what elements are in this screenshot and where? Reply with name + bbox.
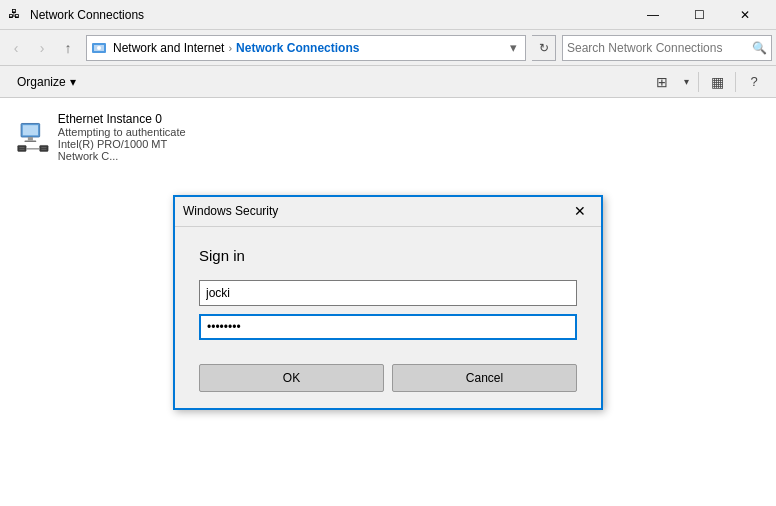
forward-button[interactable]: › — [30, 36, 54, 60]
svg-rect-5 — [28, 137, 33, 140]
search-icon: 🔍 — [752, 41, 767, 55]
main-content: Ethernet Instance 0 Attempting to authen… — [0, 98, 776, 506]
address-toolbar: ‹ › ↑ Network and Internet › Network Con… — [0, 30, 776, 66]
view-controls: ⊞ ▾ ▦ ? — [648, 70, 768, 94]
svg-point-2 — [97, 46, 101, 50]
svg-rect-12 — [41, 149, 46, 150]
search-input[interactable] — [567, 41, 752, 55]
dialog-title: Windows Security — [183, 204, 567, 218]
window-controls: — ☐ ✕ — [630, 0, 768, 30]
toolbar-separator-2 — [735, 72, 736, 92]
ok-button[interactable]: OK — [199, 364, 384, 392]
organize-arrow-icon: ▾ — [70, 75, 76, 89]
breadcrumb: Network and Internet › Network Connectio… — [91, 40, 505, 56]
network-name: Ethernet Instance 0 — [58, 112, 204, 126]
up-button[interactable]: ↑ — [56, 36, 80, 60]
back-button[interactable]: ‹ — [4, 36, 28, 60]
address-dropdown-button[interactable]: ▾ — [505, 36, 521, 60]
help-button[interactable]: ? — [740, 70, 768, 94]
minimize-button[interactable]: — — [630, 0, 676, 30]
network-item-info: Ethernet Instance 0 Attempting to authen… — [58, 112, 204, 162]
network-adapter: Intel(R) PRO/1000 MT Network C... — [58, 138, 204, 162]
address-bar[interactable]: Network and Internet › Network Connectio… — [86, 35, 526, 61]
maximize-button[interactable]: ☐ — [676, 0, 722, 30]
window-title: Network Connections — [30, 8, 630, 22]
view-icon: ⊞ — [656, 74, 668, 90]
svg-rect-4 — [23, 125, 38, 135]
change-view-button[interactable]: ⊞ — [648, 70, 676, 94]
dialog-buttons: OK Cancel — [199, 364, 577, 392]
help-icon: ? — [750, 74, 757, 89]
username-input[interactable] — [199, 280, 577, 306]
svg-rect-9 — [19, 149, 24, 150]
cancel-button[interactable]: Cancel — [392, 364, 577, 392]
svg-rect-11 — [41, 147, 46, 148]
breadcrumb-sep-1: › — [228, 42, 232, 54]
organize-label: Organize — [17, 75, 66, 89]
breadcrumb-icon — [91, 40, 107, 56]
svg-rect-7 — [18, 145, 26, 151]
preview-pane-button[interactable]: ▦ — [703, 70, 731, 94]
pane-icon: ▦ — [711, 74, 724, 90]
network-adapter-icon — [16, 117, 50, 157]
svg-rect-10 — [40, 145, 48, 151]
refresh-button[interactable]: ↻ — [532, 35, 556, 61]
dialog-close-button[interactable]: ✕ — [567, 200, 593, 222]
dialog-heading: Sign in — [199, 247, 577, 264]
dialog-title-bar: Windows Security ✕ — [175, 197, 601, 227]
organize-button[interactable]: Organize ▾ — [8, 71, 85, 93]
search-box[interactable]: 🔍 — [562, 35, 772, 61]
command-toolbar: Organize ▾ ⊞ ▾ ▦ ? — [0, 66, 776, 98]
svg-rect-8 — [19, 147, 24, 148]
close-button[interactable]: ✕ — [722, 0, 768, 30]
breadcrumb-part-1: Network and Internet — [113, 41, 224, 55]
network-item[interactable]: Ethernet Instance 0 Attempting to authen… — [10, 108, 210, 166]
app-icon: 🖧 — [8, 7, 24, 23]
windows-security-dialog: Windows Security ✕ Sign in OK Cancel — [173, 195, 603, 410]
svg-rect-6 — [24, 140, 36, 142]
breadcrumb-part-2: Network Connections — [236, 41, 359, 55]
toolbar-separator — [698, 72, 699, 92]
dialog-body: Sign in OK Cancel — [175, 227, 601, 408]
network-status: Attempting to authenticate — [58, 126, 204, 138]
title-bar: 🖧 Network Connections — ☐ ✕ — [0, 0, 776, 30]
password-input[interactable] — [199, 314, 577, 340]
view-dropdown-button[interactable]: ▾ — [678, 70, 694, 94]
